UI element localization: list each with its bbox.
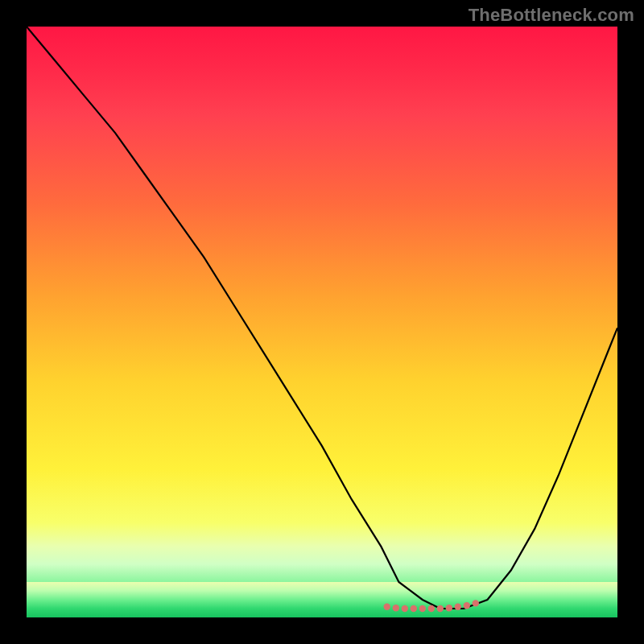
valley-dot — [437, 605, 444, 612]
plot-area — [27, 27, 617, 617]
watermark-text: TheBottleneck.com — [469, 5, 634, 26]
valley-dot — [455, 604, 461, 610]
valley-dot — [473, 600, 479, 606]
valley-dot — [402, 605, 408, 612]
valley-dot — [446, 605, 452, 611]
valley-dot — [411, 605, 417, 612]
curve-svg — [27, 27, 617, 617]
bottleneck-curve — [27, 27, 617, 609]
valley-dot — [464, 602, 470, 609]
valley-dot — [393, 605, 399, 611]
valley-marker-dots — [384, 600, 480, 612]
chart-frame: TheBottleneck.com — [0, 0, 644, 644]
valley-dot — [384, 604, 390, 610]
valley-dot — [419, 605, 426, 612]
valley-dot — [428, 605, 435, 612]
